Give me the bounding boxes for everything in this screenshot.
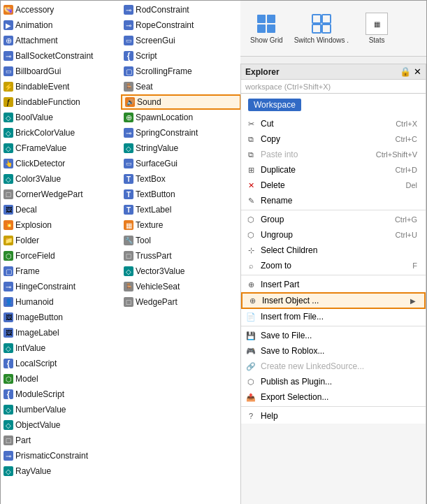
select-icon: ⊹ bbox=[245, 245, 256, 256]
context-menu-item-save_to_file[interactable]: 💾Save to File... bbox=[241, 328, 426, 343]
object-item-ropeconstraint[interactable]: ⊸RopeConstraint bbox=[121, 17, 241, 33]
explosion-icon: 💥 bbox=[3, 220, 13, 230]
context-menu-item-copy[interactable]: ⧉CopyCtrl+C bbox=[241, 131, 426, 147]
object-label: Folder bbox=[15, 236, 39, 245]
object-item-ballsocketconstraint[interactable]: ⊸BallSocketConstraint bbox=[1, 48, 121, 64]
context-menu-item-help[interactable]: ?Help bbox=[241, 408, 426, 424]
frame-icon: ▢ bbox=[3, 266, 13, 276]
file-icon: 📄 bbox=[245, 311, 256, 322]
context-menu-item-zoom_to[interactable]: ⌕Zoom toF bbox=[241, 258, 426, 273]
object-item-stringvalue[interactable]: ◇StringValue bbox=[121, 141, 241, 156]
stats-button[interactable]: ▦ Stats bbox=[361, 10, 392, 47]
ctx-shortcut: Ctrl+D bbox=[396, 166, 417, 174]
object-label: Vector3Value bbox=[136, 266, 185, 276]
object-item-forcefield[interactable]: ⬡ForceField bbox=[1, 248, 121, 264]
object-item-billboardgui[interactable]: ▭BillboardGui bbox=[1, 64, 121, 79]
object-item-textbutton[interactable]: TTextButton bbox=[121, 187, 241, 202]
object-item-texture[interactable]: ▦Texture bbox=[121, 217, 241, 233]
object-item-frame[interactable]: ▢Frame bbox=[1, 264, 121, 279]
object-item-clickdetector[interactable]: 👆ClickDetector bbox=[1, 156, 121, 171]
object-item-imagelabel[interactable]: 🖼ImageLabel bbox=[1, 325, 121, 340]
ctx-item-label: Paste into bbox=[261, 150, 298, 159]
object-item-brickcolorvalue[interactable]: ◇BrickColorValue bbox=[1, 125, 121, 141]
object-item-cornerwedgepart[interactable]: □CornerWedgePart bbox=[1, 187, 121, 202]
constraint-icon: ⊸ bbox=[124, 20, 133, 30]
object-item-explosion[interactable]: 💥Explosion bbox=[1, 217, 121, 233]
accessory-icon: 👒 bbox=[3, 5, 13, 15]
textbutton-icon: T bbox=[124, 189, 133, 199]
object-item-trusspart[interactable]: □TrussPart bbox=[121, 248, 241, 264]
object-item-objectvalue[interactable]: ◇ObjectValue bbox=[1, 417, 121, 433]
ctx-shortcut: Ctrl+U bbox=[396, 231, 417, 239]
object-item-cframevalue[interactable]: ◇CFrameValue bbox=[1, 141, 121, 156]
object-item-modulescript[interactable]: {ModuleScript bbox=[1, 387, 121, 402]
object-item-hingeconstraint[interactable]: ⊸HingeConstraint bbox=[1, 279, 121, 294]
object-item-attachment[interactable]: ⊕Attachment bbox=[1, 33, 121, 48]
context-menu-item-insert_object[interactable]: ⊕Insert Object ...▶ bbox=[241, 292, 426, 309]
object-item-spawnlocation[interactable]: ⊕SpawnLocation bbox=[121, 110, 241, 125]
context-menu-item-rename[interactable]: ✎Rename bbox=[241, 193, 426, 208]
object-item-decal[interactable]: 🖼Decal bbox=[1, 202, 121, 217]
object-item-rodconstraint[interactable]: ⊸RodConstraint bbox=[121, 2, 241, 17]
ctx-item-right: Ctrl+G bbox=[381, 215, 417, 224]
object-item-intvalue[interactable]: ◇IntValue bbox=[1, 340, 121, 356]
object-item-boolvalue[interactable]: ◇BoolValue bbox=[1, 110, 121, 125]
object-item-imagebutton[interactable]: 🖼ImageButton bbox=[1, 310, 121, 325]
object-item-textlabel[interactable]: TTextLabel bbox=[121, 202, 241, 217]
object-item-surfacegui[interactable]: ▭SurfaceGui bbox=[121, 156, 241, 171]
switch-windows-button[interactable]: Switch Windows . bbox=[290, 10, 353, 47]
show-grid-button[interactable]: Show Grid bbox=[246, 10, 287, 47]
object-item-bindableevent[interactable]: ⚡BindableEvent bbox=[1, 79, 121, 94]
lock-icon[interactable]: 🔒 bbox=[400, 66, 411, 77]
object-item-part[interactable]: □Part bbox=[1, 433, 121, 448]
ctx-item-label: Duplicate bbox=[261, 165, 296, 175]
object-item-screengui[interactable]: ▭ScreenGui bbox=[121, 33, 241, 48]
object-item-folder[interactable]: 📁Folder bbox=[1, 233, 121, 248]
context-menu-item-select_children[interactable]: ⊹Select Children bbox=[241, 243, 426, 258]
object-item-sound[interactable]: 🔊Sound bbox=[121, 94, 241, 110]
object-label: RodConstraint bbox=[136, 5, 189, 15]
object-item-numbervalue[interactable]: ◇NumberValue bbox=[1, 402, 121, 417]
object-item-model[interactable]: ⬡Model bbox=[1, 371, 121, 387]
attachment-icon: ⊕ bbox=[3, 36, 13, 45]
object-item-vector3value[interactable]: ◇Vector3Value bbox=[121, 264, 241, 279]
object-item-humanoid[interactable]: 👤Humanoid bbox=[1, 294, 121, 310]
object-item-scrollingframe[interactable]: ▢ScrollingFrame bbox=[121, 64, 241, 79]
object-item-bindablefunction[interactable]: ƒBindableFunction bbox=[1, 94, 121, 110]
object-item-textbox[interactable]: TTextBox bbox=[121, 171, 241, 187]
explorer-search[interactable]: workspace (Ctrl+Shift+X) bbox=[241, 80, 426, 94]
ctx-item-label: Copy bbox=[261, 134, 280, 144]
object-item-seat[interactable]: 🪑Seat bbox=[121, 79, 241, 94]
object-label: Accessory bbox=[15, 5, 54, 15]
context-menu-item-ungroup[interactable]: ⬡UngroupCtrl+U bbox=[241, 227, 426, 243]
context-menu-item-insert_part[interactable]: ⊕Insert Part bbox=[241, 277, 426, 292]
object-item-springconstraint[interactable]: ⊸SpringConstraint bbox=[121, 125, 241, 141]
context-menu-item-publish_plugin[interactable]: ⬡Publish as Plugin... bbox=[241, 374, 426, 389]
object-item-vehicleseat[interactable]: 🪑VehicleSeat bbox=[121, 279, 241, 294]
svg-rect-4 bbox=[312, 15, 321, 23]
object-item-accessory[interactable]: 👒Accessory bbox=[1, 2, 121, 17]
object-item-animation[interactable]: ▶Animation bbox=[1, 17, 121, 33]
workspace-selected-item[interactable]: Workspace bbox=[248, 99, 301, 111]
object-item-prismaticconstraint[interactable]: ⊸PrismaticConstraint bbox=[1, 448, 121, 463]
context-menu-item-cut[interactable]: ✂CutCtrl+X bbox=[241, 116, 426, 131]
context-menu-item-export_selection[interactable]: 📤Export Selection... bbox=[241, 389, 426, 405]
context-menu-item-insert_from_file[interactable]: 📄Insert from File... bbox=[241, 309, 426, 324]
script-icon: { bbox=[3, 359, 13, 368]
object-item-localscript[interactable]: {LocalScript bbox=[1, 356, 121, 371]
context-menu-item-duplicate[interactable]: ⊞DuplicateCtrl+D bbox=[241, 162, 426, 178]
object-label: VehicleSeat bbox=[136, 282, 180, 291]
context-menu-item-group[interactable]: ⬡GroupCtrl+G bbox=[241, 212, 426, 227]
object-item-wedgepart[interactable]: □WedgePart bbox=[121, 294, 241, 310]
object-item-script[interactable]: {Script bbox=[121, 48, 241, 64]
copy-icon: ⧉ bbox=[245, 134, 256, 145]
object-item-color3value[interactable]: ◇Color3Value bbox=[1, 171, 121, 187]
object-item-tool[interactable]: 🔧Tool bbox=[121, 233, 241, 248]
object-label: BindableFunction bbox=[15, 97, 80, 107]
close-icon[interactable]: ✕ bbox=[414, 66, 421, 77]
event-icon: ⚡ bbox=[3, 82, 13, 92]
context-menu-item-save_to_roblox[interactable]: 🎮Save to Roblox... bbox=[241, 343, 426, 359]
context-menu-item-delete[interactable]: ✕DeleteDel bbox=[241, 178, 426, 193]
gui-icon: ▭ bbox=[124, 36, 133, 45]
object-item-rayvalue[interactable]: ◇RayValue bbox=[1, 463, 121, 479]
